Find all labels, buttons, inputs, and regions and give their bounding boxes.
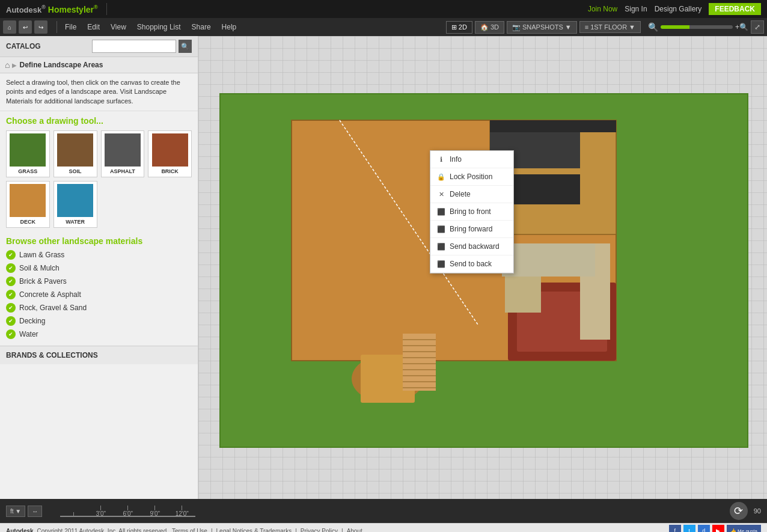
asphalt-thumbnail [105, 133, 141, 167]
search-input[interactable] [92, 40, 176, 53]
home-icon[interactable]: ⌂ [3, 20, 16, 34]
breadcrumb-title: Define Landscape Areas [19, 61, 103, 69]
decking-icon: ✔ [6, 316, 16, 326]
context-menu: ℹ Info 🔒 Lock Position ✕ Delete ⬛ Bring … [430, 150, 514, 274]
ctx-delete[interactable]: ✕ Delete [430, 186, 513, 203]
ctx-info[interactable]: ℹ Info [430, 151, 513, 168]
asphalt-label: ASPHALT [110, 168, 135, 174]
ctx-bring-to-front[interactable]: ⬛ Bring to front [430, 203, 513, 221]
design-gallery-link[interactable]: Design Gallery [655, 5, 702, 13]
water-label: WATER [66, 219, 85, 225]
ctx-send-to-back[interactable]: ⬛ Send to back [430, 255, 513, 273]
ft-unit-button[interactable]: ft ▼ [6, 506, 25, 517]
share-menu[interactable]: Share [187, 20, 216, 34]
search-button[interactable]: 🔍 [179, 40, 192, 53]
facebook-icon[interactable]: f [669, 525, 681, 532]
browse-decking[interactable]: ✔ Decking [6, 314, 192, 328]
join-now-link[interactable]: Join Now [588, 5, 617, 13]
browse-water[interactable]: ✔ Water [6, 328, 192, 341]
deck-label: DECK [20, 219, 36, 225]
grass-thumbnail [10, 133, 46, 167]
ctx-lock-position[interactable]: 🔒 Lock Position [430, 168, 513, 186]
search-box: 🔍 [92, 40, 192, 53]
soil-mulch-icon: ✔ [6, 263, 16, 273]
browse-brick-pavers[interactable]: ✔ Brick & Pavers [6, 275, 192, 288]
breadcrumb-home-icon[interactable]: ⌂ [5, 60, 10, 70]
ctx-send-to-back-label: Send to back [450, 260, 492, 268]
water-browse-label: Water [19, 330, 38, 338]
sign-in-link[interactable]: Sign In [625, 5, 647, 13]
deck-thumbnail [10, 184, 46, 217]
redo-icon[interactable]: ↪ [34, 20, 47, 34]
logo: Autodesk® Homestyler® [6, 4, 98, 14]
youtube-icon[interactable]: ▶ [712, 525, 724, 532]
floor-button[interactable]: ≡ 1ST FLOOR ▼ [579, 21, 641, 33]
privacy-link[interactable]: Privacy Policy [301, 528, 338, 533]
legal-link[interactable]: Legal Notices & Trademarks [216, 528, 292, 533]
view-menu[interactable]: View [106, 20, 131, 34]
browse-concrete-asphalt[interactable]: ✔ Concrete & Asphalt [6, 288, 192, 301]
view-3d-button[interactable]: 🏠 3D [475, 21, 504, 34]
expand-button[interactable]: ⤢ [751, 20, 764, 34]
ctx-lock-label: Lock Position [450, 173, 492, 181]
file-menu[interactable]: File [60, 20, 81, 34]
undo-icon[interactable]: ↩ [19, 20, 32, 34]
canvas-area[interactable]: ℹ Info 🔒 Lock Position ✕ Delete ⬛ Bring … [198, 36, 767, 499]
feedback-button[interactable]: FEEDBACK [709, 3, 761, 15]
zoom-bar: 🔍 +🔍 [648, 22, 748, 32]
help-menu[interactable]: Help [217, 20, 242, 34]
ctx-send-backward-label: Send backward [450, 242, 500, 251]
ctx-send-backward[interactable]: ⬛ Send backward [430, 238, 513, 255]
logo-area: Autodesk® Homestyler® [6, 3, 111, 15]
ruler-toggle-button[interactable]: ↔ [28, 506, 42, 517]
edit-menu[interactable]: Edit [82, 20, 105, 34]
lock-icon: 🔒 [436, 172, 446, 182]
send-backward-icon: ⬛ [436, 242, 446, 251]
bring-forward-icon: ⬛ [436, 224, 446, 234]
tick [127, 506, 128, 510]
tool-grid: GRASS SOIL ASPHALT BRICK DECK WATER [0, 128, 198, 233]
grass-label: GRASS [18, 168, 37, 174]
browse-lawn-grass[interactable]: ✔ Lawn & Grass [6, 248, 192, 261]
twitter-icon[interactable]: t [683, 525, 695, 532]
zoom-value: 90 [754, 507, 761, 515]
tool-brick[interactable]: BRICK [148, 130, 192, 177]
floor-icon: ≡ [585, 23, 588, 31]
snapshots-button[interactable]: 📷 SNAPSHOTS ▼ [507, 21, 577, 34]
zoom-in-button[interactable]: +🔍 [735, 23, 748, 31]
browse-rock-gravel[interactable]: ✔ Rock, Gravel & Sand [6, 301, 192, 314]
top-links: Join Now Sign In Design Gallery FEEDBACK [588, 3, 761, 15]
breadcrumb-arrow-icon: ▶ [12, 62, 17, 69]
zoom-slider[interactable] [661, 25, 733, 29]
drawing-tools-title: Choose a drawing tool... [0, 111, 198, 128]
ctx-bring-forward[interactable]: ⬛ Bring forward [430, 221, 513, 238]
top-bar: Autodesk® Homestyler® Join Now Sign In D… [0, 0, 767, 18]
shopping-list-menu[interactable]: Shopping List [132, 20, 186, 34]
tool-soil[interactable]: SOIL [53, 130, 97, 177]
tool-deck[interactable]: DECK [6, 181, 50, 228]
tool-grass[interactable]: GRASS [6, 130, 50, 177]
zoom-out-button[interactable]: 🔍 [648, 22, 658, 32]
ctx-bring-to-front-label: Bring to front [450, 207, 491, 216]
delicious-icon[interactable]: d [698, 525, 710, 532]
status-bar: Autodesk Copyright 2011 Autodesk, Inc. A… [0, 523, 767, 532]
brands-section: BRANDS & COLLECTIONS [0, 346, 198, 364]
ctx-delete-label: Delete [450, 190, 471, 198]
like-button[interactable]: 👍 Me gusta [727, 525, 761, 532]
about-link[interactable]: About [347, 528, 362, 533]
tool-water[interactable]: WATER [53, 181, 97, 228]
svg-rect-9 [505, 277, 541, 313]
3d-icon: 🏠 [480, 23, 489, 31]
soil-label: SOIL [69, 168, 82, 174]
ruler-line [60, 516, 195, 517]
lawn-grass-label: Lawn & Grass [19, 251, 64, 259]
brick-pavers-icon: ✔ [6, 277, 16, 286]
terms-link[interactable]: Terms of Use [172, 528, 207, 533]
tool-asphalt[interactable]: ASPHALT [101, 130, 145, 177]
decking-label: Decking [19, 317, 45, 325]
catalog-header: CATALOG 🔍 [0, 36, 198, 57]
browse-soil-mulch[interactable]: ✔ Soil & Mulch [6, 261, 192, 275]
water-browse-icon: ✔ [6, 329, 16, 339]
main-layout: CATALOG 🔍 ⌂ ▶ Define Landscape Areas Sel… [0, 36, 767, 499]
view-2d-button[interactable]: ⊞ 2D [446, 21, 472, 34]
